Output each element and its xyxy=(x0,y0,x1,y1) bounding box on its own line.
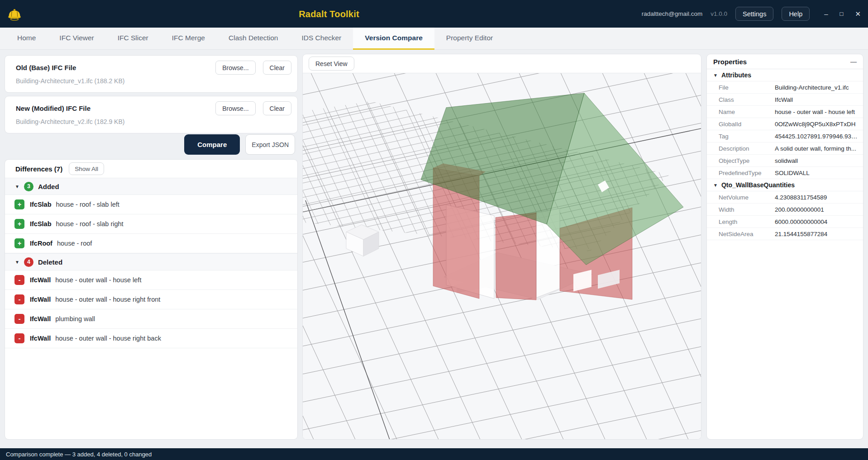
new-file-name: Building-Architecture_v2.ifc (182.9 KB) xyxy=(16,118,289,125)
status-message: Comparison complete — 3 added, 4 deleted… xyxy=(6,451,152,458)
window-minimize-icon[interactable]: – xyxy=(824,10,828,17)
prop-row-name: Name house - outer wall - house left xyxy=(707,106,863,118)
chevron-down-icon: ▼ xyxy=(713,73,718,78)
quantities-section-header[interactable]: ▼ Qto_WallBaseQuantities xyxy=(707,179,863,191)
diff-item-class: IfcRoof xyxy=(30,240,52,247)
tab-home[interactable]: Home xyxy=(5,28,48,50)
plus-icon: + xyxy=(14,238,24,248)
hard-hat-icon xyxy=(6,6,23,22)
prop-label: Tag xyxy=(707,133,775,140)
status-bar: Comparison complete — 3 added, 4 deleted… xyxy=(0,448,868,460)
deleted-wall-mid xyxy=(496,213,536,300)
reset-view-button[interactable]: Reset View xyxy=(309,57,354,71)
deleted-count-badge: 4 xyxy=(24,257,33,267)
chevron-down-icon: ▼ xyxy=(713,183,718,188)
tab-ids-checker[interactable]: IDS Checker xyxy=(290,28,353,50)
diff-item-class: IfcWall xyxy=(30,296,51,303)
prop-row-objecttype: ObjectType solidwall xyxy=(707,155,863,167)
viewer-toolbar: Reset View xyxy=(303,54,701,73)
attributes-section-header[interactable]: ▼ Attributes xyxy=(707,69,863,81)
prop-value: Building-Architecture_v1.ifc xyxy=(775,84,863,91)
added-group-label: Added xyxy=(38,183,59,190)
old-clear-button[interactable]: Clear xyxy=(263,61,291,75)
minus-icon: - xyxy=(14,314,24,324)
minus-icon: - xyxy=(14,333,24,343)
differences-card: Differences (7) Show All ▼ 3 Added + Ifc… xyxy=(5,159,298,440)
diff-item-added-2[interactable]: + IfcRoof house - roof xyxy=(5,234,297,253)
compare-actions: Compare Export JSON xyxy=(184,134,295,155)
tab-clash-detection[interactable]: Clash Detection xyxy=(217,28,290,50)
old-file-name: Building-Architecture_v1.ifc (188.2 KB) xyxy=(16,77,289,85)
prop-value: 0OfZwWc8j9QP5uX8xPTxDH xyxy=(775,121,863,128)
prop-label: NetSideArea xyxy=(707,231,775,237)
prop-label: Length xyxy=(707,218,775,225)
prop-label: File xyxy=(707,84,775,91)
house-model xyxy=(303,73,701,439)
diff-item-name: house - outer wall - house right front xyxy=(55,296,160,303)
prop-row-length: Length 6000.00000000004 xyxy=(707,216,863,228)
prop-row-globalid: GlobalId 0OfZwWc8j9QP5uX8xPTxDH xyxy=(707,118,863,130)
tab-property-editor[interactable]: Property Editor xyxy=(434,28,505,50)
prop-value: 21.1544155877284 xyxy=(775,231,863,237)
small-cube xyxy=(346,225,379,256)
diff-item-class: IfcWall xyxy=(30,276,51,284)
properties-panel: Properties — ▼ Attributes File Building-… xyxy=(706,54,863,440)
chevron-down-icon: ▼ xyxy=(15,184,19,189)
diff-item-added-1[interactable]: + IfcSlab house - roof - slab right xyxy=(5,214,297,234)
chevron-down-icon: ▼ xyxy=(15,260,19,265)
new-clear-button[interactable]: Clear xyxy=(263,101,291,115)
window-maximize-icon[interactable]: □ xyxy=(840,11,844,17)
prop-row-tag: Tag 454425.1027891.979946.932... xyxy=(707,130,863,142)
tab-version-compare[interactable]: Version Compare xyxy=(353,28,434,50)
old-file-card: Old (Base) IFC File Building-Architectur… xyxy=(5,55,298,93)
quantities-section-title: Qto_WallBaseQuantities xyxy=(721,181,795,189)
diff-item-name: house - roof - slab right xyxy=(56,220,124,228)
diff-item-name: plumbing wall xyxy=(55,315,95,322)
collapse-panel-icon[interactable]: — xyxy=(850,58,857,65)
diff-item-deleted-1[interactable]: - IfcWall house - outer wall - house rig… xyxy=(5,290,297,309)
prop-row-file: File Building-Architecture_v1.ifc xyxy=(707,81,863,94)
show-all-button[interactable]: Show All xyxy=(69,162,104,175)
app-title: Radalt Toolkit xyxy=(299,9,359,19)
diff-item-deleted-3[interactable]: - IfcWall house - outer wall - house rig… xyxy=(5,329,297,348)
tab-ifc-viewer[interactable]: IFC Viewer xyxy=(48,28,105,50)
diff-item-deleted-2[interactable]: - IfcWall plumbing wall xyxy=(5,309,297,329)
prop-value: 200.00000000001 xyxy=(775,206,863,213)
differences-title: Differences (7) xyxy=(15,165,62,173)
compare-sidebar: Old (Base) IFC File Building-Architectur… xyxy=(5,54,298,440)
compare-button[interactable]: Compare xyxy=(184,134,240,155)
content-area: Old (Base) IFC File Building-Architectur… xyxy=(0,50,868,448)
prop-label: Width xyxy=(707,206,775,213)
new-file-card: New (Modified) IFC File Building-Archite… xyxy=(5,96,298,133)
tab-ifc-merge[interactable]: IFC Merge xyxy=(160,28,217,50)
diff-item-name: house - roof - slab left xyxy=(56,201,119,208)
old-browse-button[interactable]: Browse... xyxy=(215,61,255,75)
deleted-group-header[interactable]: ▼ 4 Deleted xyxy=(5,253,297,270)
settings-button[interactable]: Settings xyxy=(735,7,773,21)
app-header: Radalt Toolkit radalttech@gmail.com v1.0… xyxy=(0,0,868,28)
diff-item-added-0[interactable]: + IfcSlab house - roof - slab left xyxy=(5,195,297,214)
app-logo xyxy=(6,4,24,24)
window-close-icon[interactable]: ✕ xyxy=(855,10,861,17)
tab-ifc-slicer[interactable]: IFC Slicer xyxy=(106,28,160,50)
added-group-header[interactable]: ▼ 3 Added xyxy=(5,178,297,195)
prop-row-netsidearea: NetSideArea 21.1544155877284 xyxy=(707,228,863,240)
diff-item-class: IfcSlab xyxy=(30,201,52,208)
export-json-button[interactable]: Export JSON xyxy=(245,134,295,155)
minus-icon: - xyxy=(14,275,24,285)
3d-viewport[interactable] xyxy=(303,73,701,439)
prop-label: ObjectType xyxy=(707,157,775,164)
diff-item-name: house - outer wall - house right back xyxy=(55,335,161,342)
attributes-section-title: Attributes xyxy=(721,71,751,79)
diff-item-name: house - roof xyxy=(57,240,92,247)
prop-value: house - outer wall - house left xyxy=(775,109,863,115)
minus-icon: - xyxy=(14,294,24,304)
prop-row-predefinedtype: PredefinedType SOLIDWALL xyxy=(707,167,863,179)
prop-value: A solid outer wall, forming th... xyxy=(775,145,863,152)
new-browse-button[interactable]: Browse... xyxy=(215,101,255,115)
plus-icon: + xyxy=(14,219,24,229)
help-button[interactable]: Help xyxy=(782,7,810,21)
prop-value: SOLIDWALL xyxy=(775,170,863,176)
diff-item-deleted-0[interactable]: - IfcWall house - outer wall - house lef… xyxy=(5,270,297,290)
diff-item-class: IfcWall xyxy=(30,335,51,342)
